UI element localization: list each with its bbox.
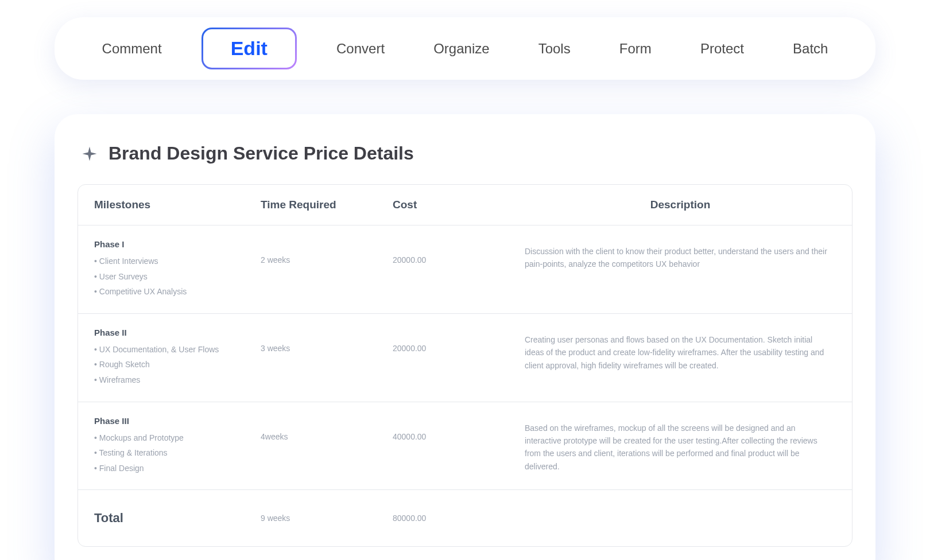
- tab-protect[interactable]: Protect: [691, 36, 753, 61]
- phase-items: • Mockups and Prototype • Testing & Iter…: [94, 430, 261, 476]
- time-cell: 2 weeks: [261, 239, 393, 265]
- document-header: Brand Design Service Price Details: [78, 143, 852, 164]
- total-time: 9 weeks: [261, 514, 393, 523]
- col-header-description: Description: [525, 199, 836, 211]
- tab-tools[interactable]: Tools: [529, 36, 580, 61]
- col-header-time: Time Required: [261, 199, 393, 211]
- phase-title: Phase III: [94, 416, 261, 426]
- phase-items: • Client Interviews • User Surveys • Com…: [94, 254, 261, 300]
- total-row: Total 9 weeks 80000.00: [78, 490, 852, 546]
- phase-title: Phase II: [94, 328, 261, 337]
- tab-organize[interactable]: Organize: [424, 36, 498, 61]
- col-header-milestones: Milestones: [94, 199, 261, 211]
- tab-comment[interactable]: Comment: [93, 36, 171, 61]
- description-cell: Based on the wireframes, mockup of all t…: [525, 416, 836, 473]
- tab-edit-label: Edit: [203, 29, 295, 68]
- description-cell: Creating user personas and flows based o…: [525, 328, 836, 372]
- description-cell: Discussion with the client to know their…: [525, 239, 836, 271]
- cost-cell: 20000.00: [393, 239, 525, 265]
- sparkle-icon: [81, 145, 98, 162]
- milestone-cell: Phase I • Client Interviews • User Surve…: [94, 239, 261, 300]
- milestone-cell: Phase III • Mockups and Prototype • Test…: [94, 416, 261, 476]
- tab-batch[interactable]: Batch: [784, 36, 837, 61]
- table-row: Phase II • UX Documentation, & User Flow…: [78, 314, 852, 402]
- document-card: Brand Design Service Price Details Miles…: [55, 114, 875, 560]
- price-table: Milestones Time Required Cost Descriptio…: [78, 184, 852, 547]
- col-header-cost: Cost: [393, 199, 525, 211]
- tab-convert[interactable]: Convert: [327, 36, 394, 61]
- document-title: Brand Design Service Price Details: [108, 143, 414, 164]
- table-header-row: Milestones Time Required Cost Descriptio…: [78, 185, 852, 225]
- table-row: Phase I • Client Interviews • User Surve…: [78, 225, 852, 314]
- cost-cell: 40000.00: [393, 416, 525, 441]
- milestone-cell: Phase II • UX Documentation, & User Flow…: [94, 328, 261, 388]
- tab-form[interactable]: Form: [610, 36, 661, 61]
- tab-bar: Comment Edit Convert Organize Tools Form…: [55, 17, 875, 80]
- phase-items: • UX Documentation, & User Flows • Rough…: [94, 342, 261, 388]
- total-cost: 80000.00: [393, 514, 525, 523]
- time-cell: 3 weeks: [261, 328, 393, 353]
- cost-cell: 20000.00: [393, 328, 525, 353]
- phase-title: Phase I: [94, 239, 261, 249]
- total-label: Total: [94, 511, 261, 526]
- tab-edit[interactable]: Edit: [202, 28, 297, 69]
- table-row: Phase III • Mockups and Prototype • Test…: [78, 402, 852, 491]
- time-cell: 4weeks: [261, 416, 393, 441]
